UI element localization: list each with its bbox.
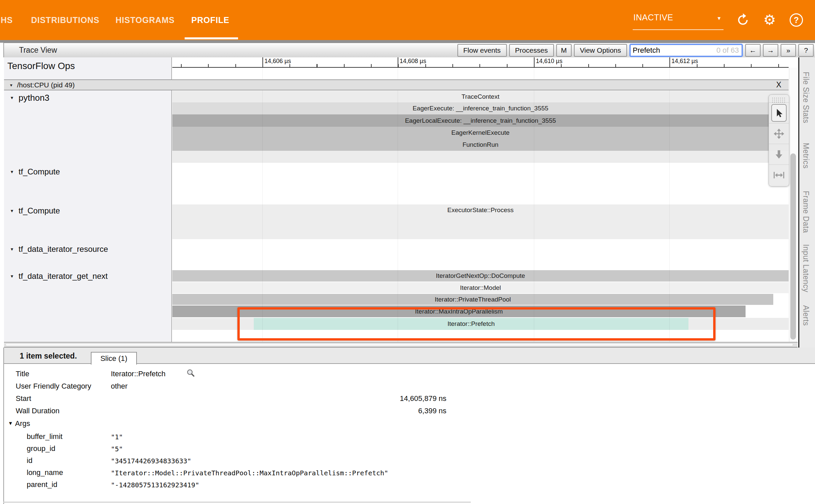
thread-row-tf-data-iterator-get-next[interactable]: ▾ tf_data_iterator_get_next [4,270,171,283]
search-match-count: 0 of 63 [717,46,739,55]
thread-row-tf-compute-2[interactable]: ▾ tf_Compute [4,204,171,217]
vertical-arrow-icon [774,149,784,159]
collapse-triangle-icon: ▾ [11,95,13,101]
palette-drag-handle[interactable] [772,97,786,102]
major-tick: 14,610 µs [534,57,535,68]
close-process-button[interactable]: X [776,80,781,89]
detail-row-start: Start 14,605,879 ns [4,392,815,405]
trace-bar-tracecontext[interactable]: TraceContext [172,91,789,102]
trace-bar-iterator-model[interactable]: Iterator::Model [172,282,789,293]
detail-row-title: Title Iterator::Prefetch [4,368,815,380]
help-button[interactable]: ? [789,13,804,27]
search-input[interactable] [633,46,713,55]
run-selector-value: INACTIVE [633,13,673,22]
run-selector-dropdown[interactable]: INACTIVE ▼ [633,10,724,30]
help-icon: ? [790,13,803,27]
process-header-host-cpu[interactable]: ▾ /host:CPU (pid 49) X [4,79,789,90]
trace-bar-empty-row[interactable] [172,151,789,163]
side-tab-frame-data[interactable]: Frame Data [801,191,810,233]
trace-bar-iteratorgetnextop[interactable]: IteratorGetNextOp::DoCompute [172,270,789,282]
refresh-button[interactable] [736,13,750,27]
side-tab-file-size-stats[interactable]: File Size Stats [801,72,810,123]
timing-tool-button[interactable] [769,164,789,185]
horizontal-span-icon [773,170,785,180]
details-header: 1 item selected. Slice (1) [4,348,815,364]
gear-icon: ⚙ [763,13,776,27]
processes-button[interactable]: Processes [509,44,554,57]
process-header-label: /host:CPU (pid 49) [17,81,75,89]
select-tool-button[interactable] [769,102,789,123]
window-top-border [0,40,815,43]
tensorflow-ops-title: TensorFlow Ops [7,61,75,71]
slice-details-panel: 1 item selected. Slice (1) Title Iterato… [3,348,815,504]
trace-tool-palette [769,94,789,186]
side-tab-alerts[interactable]: Alerts [801,305,810,326]
collapse-triangle-icon: ▾ [11,273,13,279]
trace-bar-iterator-prefetch[interactable]: Iterator::Prefetch [254,318,688,330]
settings-button[interactable]: ⚙ [762,13,777,27]
gridline [669,68,670,342]
tab-graphs-partial[interactable]: HS [1,0,13,40]
thread-row-tf-compute-1[interactable]: ▾ tf_Compute [4,165,171,178]
detail-row-category: User Friendly Category other [4,380,815,392]
m-button[interactable]: M [556,44,572,57]
arg-row-parent-id: parent_id "-1428057513162923419" [4,478,815,491]
more-options-button[interactable]: » [781,44,796,57]
trace-bar-functionrun[interactable]: FunctionRun [172,139,789,151]
trace-bar-eagerexecute[interactable]: EagerExecute: __inference_train_function… [172,102,789,114]
trace-bar-executorstate-process[interactable]: ExecutorState::Process [172,204,789,239]
selection-status: 1 item selected. [20,352,77,361]
tab-histograms[interactable]: HISTOGRAMS [116,0,175,40]
arg-row-id: id "345174426934833633" [4,454,815,467]
gridline [398,68,398,342]
slice-tab[interactable]: Slice (1) [91,352,137,365]
expand-triangle-icon: ▼ [8,420,13,426]
side-tab-input-latency[interactable]: Input Latency [801,244,810,293]
pan-arrows-icon [773,128,785,139]
cursor-arrow-icon [774,108,784,118]
horizontal-scrollbar-track[interactable] [4,342,798,348]
side-tab-metrics[interactable]: Metrics [801,143,810,169]
trace-bar-eagerlocalexecute[interactable]: EagerLocalExecute: __inference_train_fun… [172,114,789,127]
major-tick: 14,612 µs [669,57,670,68]
detail-row-wall-duration: Wall Duration 6,399 ns [4,405,815,417]
arg-row-long-name: long_name "Iterator::Model::PrivateThrea… [4,466,815,479]
find-prev-button[interactable]: ← [745,44,761,57]
flow-events-button[interactable]: Flow events [457,44,507,57]
tab-profile[interactable]: PROFILE [191,0,229,40]
thread-row-python3[interactable]: ▾ python3 [4,91,171,104]
major-tick: 14,608 µs [398,57,398,68]
chevron-down-icon: ▼ [717,15,722,21]
trace-help-button[interactable]: ? [798,44,814,57]
pan-tool-button[interactable] [769,123,789,144]
find-next-button[interactable]: → [763,44,778,57]
collapse-triangle-icon: ▾ [11,208,13,214]
collapse-triangle-icon: ▾ [11,246,13,252]
trace-search-input-wrap: 0 of 63 [629,44,743,57]
bottom-border [3,502,471,503]
horizontal-scrollbar-thumb[interactable] [5,343,793,346]
active-tab-underline [185,37,238,39]
trace-bar-eagerkernelexecute[interactable]: EagerKernelExecute [172,127,789,139]
magnifier-icon [186,368,195,378]
trace-view-toolbar: Trace View Flow events Processes M View … [3,43,815,57]
vertical-scrollbar-thumb[interactable] [790,153,796,340]
collapse-triangle-icon: ▾ [11,169,13,175]
view-options-button[interactable]: View Options [574,44,627,57]
refresh-icon [736,13,750,27]
major-tick: 14,606 µs [262,57,263,68]
zoom-tool-button[interactable] [769,144,789,164]
collapse-triangle-icon: ▾ [10,82,12,88]
gridline [262,68,263,342]
arg-row-group-id: group_id "5" [4,442,815,455]
tab-distributions[interactable]: DISTRIBUTIONS [31,0,99,40]
arg-row-buffer-limit: buffer_limit "1" [4,430,815,443]
thread-row-tf-data-iterator-resource[interactable]: ▾ tf_data_iterator_resource [4,242,171,256]
trace-bar-iterator-maxintraopparallelism[interactable]: Iterator::MaxIntraOpParallelism [172,306,746,317]
search-title-button[interactable] [186,368,195,379]
gridline [534,68,534,342]
profile-topbar: HS DISTRIBUTIONS HISTOGRAMS PROFILE INAC… [0,0,815,40]
args-toggle-row[interactable]: ▼ Args [4,417,815,430]
trace-view-title: Trace View [19,46,57,55]
